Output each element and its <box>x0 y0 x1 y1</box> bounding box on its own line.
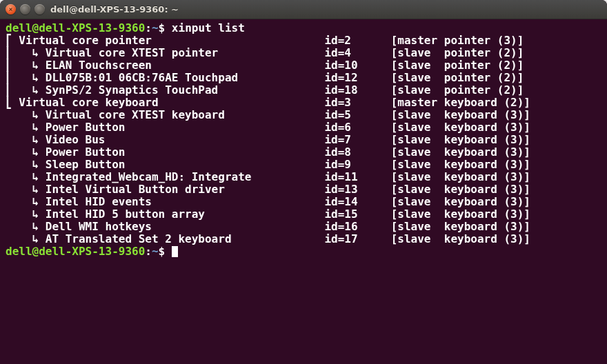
prompt-path: ~ <box>152 21 159 34</box>
output-line: ↳ Intel HID events id=14 [slave keyboard… <box>6 196 601 208</box>
output-line: ⎜ ↳ SynPS/2 Synaptics TouchPad id=18 [sl… <box>6 84 601 97</box>
close-icon[interactable]: × <box>6 4 16 14</box>
output-line: ↳ Intel Virtual Button driver id=13 [sla… <box>6 183 601 196</box>
minimize-icon[interactable] <box>20 4 30 14</box>
output-line: ↳ Virtual core XTEST keyboard id=5 [slav… <box>6 109 601 121</box>
output-line: ↳ Video Bus id=7 [slave keyboard (3)] <box>6 134 601 146</box>
output-line: ↳ Sleep Button id=9 [slave keyboard (3)] <box>6 159 601 171</box>
output-line: ↳ AT Translated Set 2 keyboard id=17 [sl… <box>6 233 601 245</box>
output-line: ⎜ ↳ ELAN Touchscreen id=10 [slave pointe… <box>6 59 601 72</box>
output-line: ↳ Integrated_Webcam_HD: Integrate id=11 … <box>6 171 601 183</box>
prompt-line: dell@dell-XPS-13-9360:~$ xinput list <box>6 22 601 34</box>
output-line: ↳ Dell WMI hotkeys id=16 [slave keyboard… <box>6 221 601 233</box>
window-controls: × <box>6 4 45 14</box>
command-text: xinput list <box>172 21 245 34</box>
prompt-userhost: dell@dell-XPS-13-9360 <box>6 245 145 258</box>
maximize-icon[interactable] <box>34 4 45 14</box>
output-line: ⎜ ↳ DLL075B:01 06CB:76AE Touchpad id=12 … <box>6 72 601 84</box>
prompt-sep: : <box>145 21 152 34</box>
titlebar: × dell@dell-XPS-13-9360: ~ <box>0 0 607 19</box>
prompt-symbol: $ <box>159 245 166 258</box>
prompt-symbol: $ <box>159 21 166 34</box>
terminal-window: × dell@dell-XPS-13-9360: ~ dell@dell-XPS… <box>0 0 607 364</box>
output-line: ↳ Power Button id=8 [slave keyboard (3)] <box>6 146 601 159</box>
output-line: ⎜ ↳ Virtual core XTEST pointer id=4 [sla… <box>6 47 601 59</box>
prompt-path: ~ <box>152 245 159 258</box>
window-title: dell@dell-XPS-13-9360: ~ <box>50 4 179 14</box>
output-line: ⎣ Virtual core keyboard id=3 [master key… <box>6 97 601 109</box>
output-line: ↳ Power Button id=6 [slave keyboard (3)] <box>6 121 601 134</box>
output-line: ↳ Intel HID 5 button array id=15 [slave … <box>6 208 601 221</box>
prompt-line-2: dell@dell-XPS-13-9360:~$ <box>6 245 601 258</box>
terminal-body[interactable]: dell@dell-XPS-13-9360:~$ xinput list⎡ Vi… <box>0 19 607 364</box>
prompt-userhost: dell@dell-XPS-13-9360 <box>6 21 145 34</box>
cursor-icon <box>172 246 178 257</box>
output-line: ⎡ Virtual core pointer id=2 [master poin… <box>6 34 601 47</box>
prompt-sep: : <box>145 245 152 258</box>
command-output: ⎡ Virtual core pointer id=2 [master poin… <box>6 34 601 245</box>
